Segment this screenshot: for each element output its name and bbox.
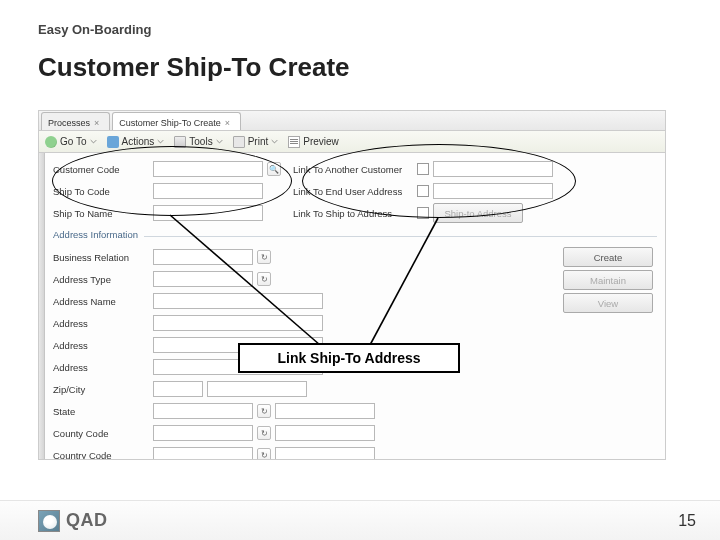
- slide-footer: QAD 15: [0, 500, 720, 540]
- callout-box: Link Ship-To Address: [238, 343, 460, 373]
- brand-logo: QAD: [38, 510, 108, 532]
- brand-text: QAD: [66, 510, 108, 531]
- page-number: 15: [678, 512, 696, 530]
- logo-mark-icon: [38, 510, 60, 532]
- annotation-connectors: [0, 0, 720, 540]
- svg-line-0: [170, 215, 320, 345]
- svg-line-1: [370, 218, 438, 345]
